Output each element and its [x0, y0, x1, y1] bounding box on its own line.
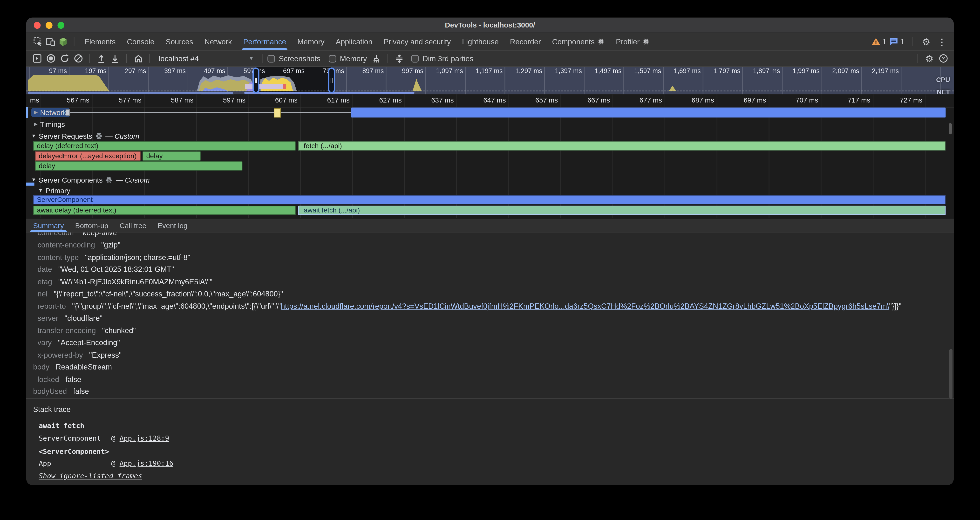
close-window-button[interactable]: [34, 22, 41, 29]
event-bar-fetch-api[interactable]: fetch (.../api): [298, 142, 945, 151]
cpu-activity-area: [413, 79, 422, 91]
tab-call-tree[interactable]: Call tree: [114, 219, 152, 232]
overview-tick: 897 ms: [346, 67, 386, 75]
settings-gear-icon[interactable]: ⚙: [920, 35, 932, 48]
disclosure-triangle-icon: ▼: [31, 177, 37, 182]
record-button[interactable]: [44, 52, 57, 65]
cpu-label: CPU: [936, 76, 950, 83]
network-request-chip[interactable]: [65, 110, 70, 116]
history-select[interactable]: localhost #4 ▼: [154, 54, 258, 63]
ruler-tick: 617 ms: [300, 94, 352, 106]
header-row: server"cloudflare": [38, 314, 102, 323]
react-atom-icon: [643, 38, 650, 45]
home-icon[interactable]: [131, 52, 145, 65]
tab-lighthouse[interactable]: Lighthouse: [457, 33, 504, 50]
overview-tick: 497 ms: [188, 67, 227, 75]
primary-subtrack-header[interactable]: ▼ Primary: [26, 185, 954, 196]
divider: [89, 54, 90, 63]
dim-3rd-parties-checkbox[interactable]: [411, 55, 419, 62]
cloudflare-report-link[interactable]: https://a.nel.cloudflare.com/report/v4?s…: [281, 302, 889, 310]
tab-privacy-and-security[interactable]: Privacy and security: [378, 33, 457, 50]
header-row: vary"Accept-Encoding": [38, 338, 120, 347]
tab-elements[interactable]: Elements: [79, 33, 121, 50]
memory-checkbox[interactable]: [329, 55, 336, 62]
event-bar-server-component[interactable]: ServerComponent: [33, 195, 945, 205]
event-bar-await-fetch-selected[interactable]: await fetch (.../api): [298, 206, 945, 215]
issues-badge[interactable]: 1: [889, 37, 904, 46]
tabbar-icons: [26, 33, 79, 50]
download-profile-icon[interactable]: [108, 52, 122, 65]
details-scrollbar-thumb[interactable]: [950, 349, 953, 399]
extension-gem-icon[interactable]: [57, 35, 70, 48]
event-bar-delayed-error[interactable]: delayedError (...ayed exception): [35, 151, 141, 161]
network-request-bar[interactable]: [352, 107, 946, 117]
interaction-marker: [245, 84, 284, 89]
header-row: connection"keep-alive": [38, 232, 119, 237]
screenshots-label: Screenshots: [279, 54, 320, 63]
timings-track[interactable]: ▶ Timings: [26, 119, 954, 129]
network-track-label[interactable]: ▶ Network: [31, 108, 70, 116]
help-icon[interactable]: ?: [936, 52, 950, 65]
range-handle-right[interactable]: [328, 68, 335, 93]
tab-event-log[interactable]: Event log: [152, 219, 193, 232]
chevron-down-icon: ▼: [249, 56, 254, 61]
inspect-element-icon[interactable]: [32, 35, 45, 48]
tab-bottom-up[interactable]: Bottom-up: [70, 219, 114, 232]
cpu-net-divider: [26, 91, 954, 91]
title-bar: DevTools - localhost:3000/: [26, 17, 954, 33]
screenshots-checkbox[interactable]: [267, 55, 275, 62]
tab-summary[interactable]: Summary: [27, 219, 70, 232]
network-request-block[interactable]: [274, 108, 281, 117]
tab-application[interactable]: Application: [330, 33, 378, 50]
show-ignore-listed-frames-link[interactable]: Show ignore-listed frames: [39, 472, 142, 481]
tab-profiler[interactable]: Profiler: [610, 33, 655, 50]
kebab-menu-icon[interactable]: ⋮: [935, 35, 948, 48]
range-handle-left[interactable]: [253, 68, 259, 93]
record-and-reload-button[interactable]: [57, 52, 71, 65]
garbage-collect-icon[interactable]: [369, 52, 383, 65]
tab-components[interactable]: Components: [546, 33, 610, 50]
tab-network[interactable]: Network: [199, 33, 237, 50]
server-requests-header[interactable]: ▼ Server Requests — Custom: [26, 131, 954, 142]
source-location-link[interactable]: App.js:128:9: [119, 434, 169, 442]
header-row: content-encoding"gzip": [38, 241, 121, 250]
upload-profile-icon[interactable]: [94, 52, 108, 65]
tab-console[interactable]: Console: [121, 33, 160, 50]
tab-performance[interactable]: Performance: [237, 33, 292, 50]
ruler-tick: 707 ms: [769, 94, 821, 106]
event-bar-delay[interactable]: delay: [35, 161, 242, 171]
flame-scrollbar-thumb[interactable]: [949, 123, 952, 135]
flame-chart[interactable]: ms 567 ms577 ms587 ms597 ms607 ms617 ms6…: [26, 94, 954, 218]
warning-icon: [871, 38, 880, 46]
disclosure-triangle-icon: ▼: [38, 188, 43, 193]
react-atom-icon: [106, 176, 113, 183]
network-request-line: [70, 112, 351, 113]
window-title: DevTools - localhost:3000/: [26, 17, 954, 33]
zoom-window-button[interactable]: [57, 22, 64, 29]
ruler-tick: 597 ms: [196, 94, 248, 106]
header-row: nel"{\"report_to\":\"cf-nel\",\"success_…: [38, 289, 283, 298]
net-label: NET: [937, 88, 950, 94]
header-row: transfer-encoding"chunked": [38, 326, 136, 335]
divider: [262, 54, 263, 63]
warnings-badge[interactable]: 1: [871, 37, 886, 46]
server-components-header[interactable]: ▼ Server Components — Custom: [26, 174, 954, 185]
timeline-overview[interactable]: 97 ms197 ms297 ms397 ms497 ms597 ms697 m…: [26, 67, 954, 94]
event-bar-await-delay[interactable]: await delay (deferred text): [33, 206, 296, 215]
tab-sources[interactable]: Sources: [160, 33, 199, 50]
collapse-tracks-icon[interactable]: [393, 52, 406, 65]
minimize-window-button[interactable]: [46, 22, 52, 29]
tab-memory[interactable]: Memory: [292, 33, 330, 50]
capture-settings-gear-icon[interactable]: ⚙: [923, 52, 936, 65]
source-location-link[interactable]: App.js:190:16: [119, 460, 173, 468]
overview-tick: 1,097 ms: [425, 67, 465, 75]
event-bar-delay[interactable]: delay: [143, 151, 200, 161]
tab-recorder[interactable]: Recorder: [504, 33, 547, 50]
long-task-marker: [283, 84, 286, 89]
toggle-sidebar-icon[interactable]: [30, 52, 44, 65]
overview-tick: 2,197 ms: [861, 67, 900, 75]
stack-frame-await-fetch: await fetch: [39, 422, 84, 431]
event-bar-delay-deferred[interactable]: delay (deferred text): [33, 142, 296, 151]
device-toolbar-icon[interactable]: [45, 35, 57, 48]
clear-button[interactable]: [71, 52, 85, 65]
